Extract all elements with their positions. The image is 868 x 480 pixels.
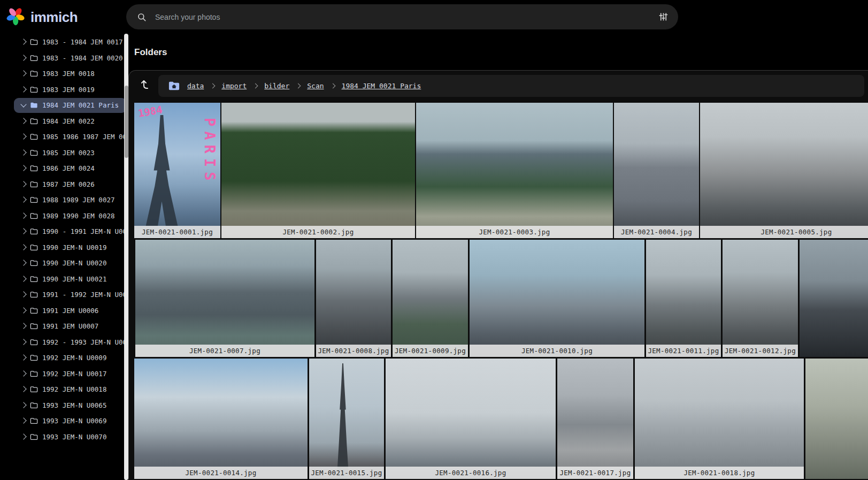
photo-thumbnail[interactable]: JEM-0021-0014.jpg — [134, 359, 308, 479]
folder-icon — [30, 70, 38, 78]
sidebar-folder-item[interactable]: 1991 JEM U0007 — [14, 319, 106, 334]
photo-filename: JEM-0021-0002.jpg — [221, 226, 415, 238]
sidebar-folder-item[interactable]: 1992 JEM-N U0018 — [14, 382, 114, 397]
breadcrumb-separator-icon — [296, 83, 301, 89]
chevron-right-icon[interactable] — [20, 354, 26, 360]
chevron-right-icon[interactable] — [20, 339, 26, 345]
chevron-right-icon[interactable] — [20, 386, 26, 392]
sidebar-folder-item[interactable]: 1992 JEM-N U0017 — [14, 366, 114, 381]
sidebar-folder-item[interactable]: 1991 - 1992 JEM-N U00 — [14, 287, 125, 302]
folder-icon — [30, 54, 38, 62]
photo-thumbnail[interactable]: 1984PARISJEM-0021-0001.jpg — [134, 103, 220, 238]
chevron-right-icon[interactable] — [20, 212, 26, 218]
chevron-right-icon[interactable] — [20, 149, 26, 155]
immich-logo[interactable]: immich — [5, 6, 78, 28]
breadcrumb-separator-icon — [210, 83, 216, 89]
photo-thumbnail[interactable]: JEM-0021-0017.jpg — [557, 359, 633, 479]
photo-thumbnail[interactable]: JEM-0021-0004.jpg — [614, 103, 699, 238]
photo-thumbnail[interactable]: JEM-0021-0011.jpg — [646, 240, 721, 357]
chevron-right-icon[interactable] — [20, 402, 26, 408]
photo-thumbnail[interactable]: JEM-0021-0003.jpg — [416, 103, 613, 238]
breadcrumb-home-icon[interactable] — [168, 80, 180, 92]
folder-item-label: 1983 - 1984 JEM 0017 — [42, 38, 123, 46]
chevron-right-icon[interactable] — [20, 196, 26, 202]
chevron-right-icon[interactable] — [20, 86, 26, 92]
folder-icon — [30, 38, 38, 46]
photo-thumbnail[interactable]: JEM-0021-0009.jpg — [393, 240, 468, 357]
sidebar-folder-item[interactable]: 1983 JEM 0018 — [14, 66, 102, 81]
chevron-right-icon[interactable] — [20, 370, 26, 376]
breadcrumb-link[interactable]: 1984 JEM 0021 Paris — [342, 82, 421, 90]
sidebar-folder-item[interactable]: 1984 JEM 0022 — [14, 113, 102, 128]
sidebar-folder-item[interactable]: 1993 JEM-N U0065 — [14, 398, 114, 413]
photo-thumbnail[interactable]: JEM-0021-0015.jpg — [309, 359, 384, 479]
folder-item-label: 1992 JEM-N U0009 — [42, 354, 106, 362]
folder-icon — [30, 354, 38, 362]
navigate-up-button[interactable] — [137, 77, 153, 93]
chevron-right-icon[interactable] — [20, 118, 26, 124]
breadcrumb-link[interactable]: data — [187, 82, 204, 90]
photo-thumbnail[interactable]: JEM-0021-0012.jpg — [723, 240, 798, 357]
chevron-right-icon[interactable] — [20, 307, 26, 313]
photo-thumbnail-partial[interactable] — [800, 240, 868, 357]
sidebar-folder-item[interactable]: 1989 1990 JEM 0028 — [14, 208, 122, 223]
sidebar-folder-item[interactable]: 1990 JEM-N U0021 — [14, 271, 114, 286]
chevron-right-icon[interactable] — [20, 133, 26, 139]
sidebar-folder-item[interactable]: 1991 JEM U0006 — [14, 303, 106, 318]
photo-thumbnail[interactable]: JEM-0021-0008.jpg — [316, 240, 391, 357]
sidebar-folder-item[interactable]: 1985 JEM 0023 — [14, 145, 102, 160]
sidebar-folder-item[interactable]: 1992 JEM-N U0009 — [14, 351, 114, 365]
photo-thumbnail[interactable]: JEM-0021-0005.jpg — [700, 103, 868, 238]
photo-thumbnail-partial[interactable] — [805, 359, 868, 479]
photo-filename: JEM-0021-0018.jpg — [635, 467, 804, 479]
chevron-right-icon[interactable] — [20, 181, 26, 187]
sidebar-folder-item[interactable]: 1990 JEM-N U0019 — [14, 240, 114, 255]
chevron-right-icon[interactable] — [20, 70, 26, 76]
chevron-right-icon[interactable] — [20, 276, 26, 281]
search-filter-icon[interactable] — [658, 12, 669, 22]
chevron-right-icon[interactable] — [20, 228, 26, 234]
sidebar-folder-item[interactable]: 1993 JEM-N U0070 — [14, 429, 114, 444]
chevron-right-icon[interactable] — [20, 417, 26, 423]
photo-thumbnail[interactable]: JEM-0021-0002.jpg — [221, 103, 415, 238]
photo-filename: JEM-0021-0007.jpg — [135, 345, 314, 357]
eiffel-silhouette — [137, 115, 187, 226]
chevron-down-icon[interactable] — [20, 101, 26, 107]
photo-thumbnail[interactable]: JEM-0021-0010.jpg — [470, 240, 644, 357]
sidebar-folder-item[interactable]: 1987 JEM 0026 — [14, 177, 102, 192]
chevron-right-icon[interactable] — [20, 244, 26, 250]
chevron-right-icon[interactable] — [20, 165, 26, 171]
sidebar-folder-item[interactable]: 1992 - 1993 JEM-N U00 — [14, 334, 125, 349]
chevron-right-icon[interactable] — [20, 260, 26, 265]
photo-thumbnail[interactable]: JEM-0021-0016.jpg — [386, 359, 556, 479]
sidebar-folder-item[interactable]: 1988 1989 JEM 0027 — [14, 193, 122, 208]
chevron-right-icon[interactable] — [20, 55, 26, 60]
folder-tree: 1983 - 1984 JEM 00171983 - 1984 JEM 0020… — [0, 34, 125, 480]
sidebar-folder-item[interactable]: 1983 JEM 0019 — [14, 82, 102, 97]
folder-icon — [30, 385, 38, 393]
photo-thumbnail[interactable]: JEM-0021-0018.jpg — [635, 359, 804, 479]
folder-icon — [30, 227, 38, 235]
search-input[interactable] — [154, 12, 658, 22]
chevron-right-icon[interactable] — [20, 433, 26, 439]
immich-logo-text: immich — [30, 9, 78, 26]
sidebar-folder-item[interactable]: 1990 - 1991 JEM-N U00 — [14, 224, 125, 239]
breadcrumb-link[interactable]: bilder — [264, 82, 289, 90]
sidebar-folder-item[interactable]: 1983 - 1984 JEM 0017 — [14, 35, 125, 50]
sidebar-folder-item[interactable]: 1984 JEM 0021 Paris — [14, 98, 125, 113]
photo-thumbnail[interactable]: JEM-0021-0007.jpg — [135, 240, 314, 357]
breadcrumb-link[interactable]: Scan — [307, 82, 324, 90]
photo-overlay-text: 1984 — [137, 103, 163, 119]
chevron-right-icon[interactable] — [20, 291, 26, 297]
folder-item-label: 1988 1989 JEM 0027 — [42, 196, 114, 204]
folder-item-label: 1983 JEM 0018 — [42, 70, 95, 78]
chevron-right-icon[interactable] — [20, 39, 26, 44]
breadcrumb-link[interactable]: import — [221, 82, 247, 90]
sidebar-folder-item[interactable]: 1990 JEM-N U0020 — [14, 256, 114, 271]
sidebar-folder-item[interactable]: 1986 JEM 0024 — [14, 161, 102, 176]
sidebar-folder-item[interactable]: 1983 - 1984 JEM 0020 — [14, 50, 125, 65]
sidebar-scrollbar-thumb[interactable] — [125, 86, 128, 158]
sidebar-folder-item[interactable]: 1993 JEM-N U0069 — [14, 414, 114, 429]
chevron-right-icon[interactable] — [20, 323, 26, 329]
sidebar-folder-item[interactable]: 1985 1986 1987 JEM 00 — [14, 129, 125, 144]
